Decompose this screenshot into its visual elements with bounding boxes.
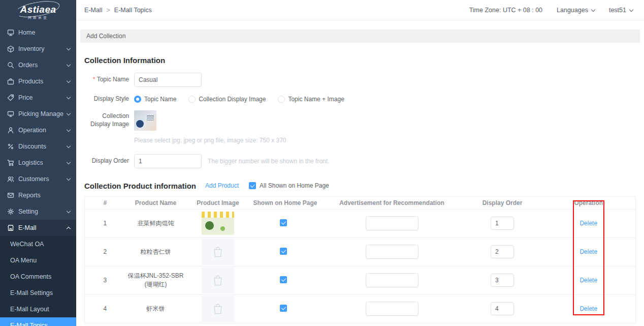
sidebar-item-customers[interactable]: Customers: [0, 171, 76, 187]
sidebar-item-label: E-Mall Settings: [10, 289, 70, 297]
sidebar-item-label: Logistics: [18, 159, 67, 166]
breadcrumb-emall[interactable]: E-Mall: [84, 7, 102, 14]
radio-topic-name-image[interactable]: Topic Name + Image: [278, 96, 344, 103]
breadcrumb: E-Mall > E-Mall Topics: [84, 7, 152, 14]
product-name: 保温杯JNL-352-SBR (珊瑚红): [125, 266, 186, 294]
row-order-input[interactable]: [491, 302, 514, 315]
delete-link[interactable]: Delete: [579, 277, 597, 284]
table-row: 4 虾米饼 Delete: [85, 294, 636, 323]
store-icon: [7, 224, 14, 231]
display-order-row: Display Order The bigger number will be …: [84, 154, 636, 168]
shown-checkbox[interactable]: [280, 276, 287, 283]
row-order-input[interactable]: [491, 274, 514, 287]
section-collection-information: Collection Information: [84, 56, 636, 65]
search-icon: [7, 62, 14, 69]
advertisement-input[interactable]: [366, 273, 418, 287]
sidebar-item-logistics[interactable]: Logistics: [0, 155, 76, 171]
product-image-placeholder: [202, 295, 234, 322]
shown-checkbox[interactable]: [280, 219, 287, 226]
sidebar-item-label: Products: [18, 78, 67, 85]
advertisement-input[interactable]: [366, 245, 418, 259]
sidebar-item-reports[interactable]: Reports: [0, 187, 76, 203]
display-icon: [7, 110, 14, 117]
sidebar-item-wechat-oa[interactable]: WeChat OA: [0, 236, 76, 252]
sidebar: Astiaea 阿斯米亚 Home Inventory Orders Produ…: [0, 0, 76, 326]
sidebar-item-setting[interactable]: Setting: [0, 203, 76, 220]
sidebar-item-emall-layout[interactable]: E-Mall Layout: [0, 301, 76, 317]
sidebar-item-discounts[interactable]: Discounts: [0, 138, 76, 155]
sidebar-item-emall[interactable]: E-Mall: [0, 220, 76, 236]
all-shown-checkbox-group[interactable]: All Shown on Home Page: [249, 182, 329, 189]
col-shown-home: Shown on Home Page: [250, 196, 321, 209]
shopping-bag-icon: [211, 302, 225, 316]
collection-display-image[interactable]: [134, 110, 156, 131]
sidebar-item-picking-manage[interactable]: Picking Manage: [0, 106, 76, 122]
sidebar-item-inventory[interactable]: Inventory: [0, 41, 76, 57]
topic-name-input[interactable]: [134, 73, 202, 87]
breadcrumb-emall-topics: E-Mall Topics: [114, 7, 152, 14]
sidebar-item-oa-menu[interactable]: OA Menu: [0, 252, 76, 269]
user-dropdown[interactable]: test51: [609, 7, 633, 14]
shopping-bag-icon: [211, 245, 225, 259]
row-order-input[interactable]: [491, 245, 514, 258]
sidebar-item-emall-topics[interactable]: E-Mall Topics: [0, 317, 76, 326]
advertisement-input[interactable]: [366, 216, 418, 230]
sidebar-item-emall-settings[interactable]: E-Mall Settings: [0, 285, 76, 301]
chevron-down-icon: [67, 78, 71, 82]
image-hint: Please select jpg, jpeg or png file, ima…: [134, 137, 636, 144]
users-icon: [7, 175, 14, 183]
languages-dropdown[interactable]: Languages: [557, 7, 595, 14]
sidebar-item-operation[interactable]: Operation: [0, 122, 76, 138]
advertisement-input[interactable]: [366, 302, 418, 316]
delete-link[interactable]: Delete: [579, 305, 597, 312]
checkbox-checked-icon[interactable]: [249, 182, 256, 189]
add-product-link[interactable]: Add Product: [205, 182, 239, 189]
col-display-order: Display Order: [463, 196, 542, 209]
briefcase-icon: [7, 78, 14, 85]
product-table: # Product Name Product Image Shown on Ho…: [84, 196, 636, 323]
chevron-down-icon: [591, 7, 595, 11]
toolbar-add-collection[interactable]: Add Collection: [80, 29, 640, 43]
row-order-input[interactable]: [491, 217, 514, 230]
radio-collection-display-image[interactable]: Collection Display Image: [188, 96, 266, 103]
delete-link[interactable]: Delete: [579, 248, 597, 255]
radio-label: Topic Name + Image: [288, 96, 344, 103]
delete-link[interactable]: Delete: [579, 220, 597, 227]
sidebar-item-oa-comments[interactable]: OA Comments: [0, 269, 76, 285]
sidebar-item-price[interactable]: Price: [0, 90, 76, 106]
tag-icon: [7, 94, 14, 101]
chevron-down-icon: [67, 160, 71, 164]
radio-label: Topic Name: [144, 96, 176, 103]
shown-checkbox[interactable]: [280, 305, 287, 312]
sidebar-item-orders[interactable]: Orders: [0, 57, 76, 73]
col-advertisement: Advertisement for Recommendation: [321, 196, 463, 209]
shown-checkbox[interactable]: [280, 248, 287, 255]
user-icon: [7, 127, 14, 134]
sidebar-item-products[interactable]: Products: [0, 73, 76, 90]
brand-logo[interactable]: Astiaea 阿斯米亚: [0, 0, 76, 24]
radio-topic-name[interactable]: Topic Name: [134, 96, 176, 103]
main-area: E-Mall > E-Mall Topics Time Zone: UTC + …: [76, 0, 644, 326]
topic-name-label: Topic Name: [84, 76, 129, 84]
sidebar-item-home[interactable]: Home: [0, 24, 76, 41]
all-shown-label: All Shown on Home Page: [260, 182, 329, 189]
topbar-right: Time Zone: UTC + 08 : 00 Languages test5…: [469, 7, 633, 14]
radio-unselected-icon: [278, 96, 285, 103]
table-row: 2 粒粒杏仁饼 Delete: [85, 238, 636, 266]
col-product-name: Product Name: [125, 196, 186, 209]
row-index: 2: [85, 238, 125, 266]
display-style-label: Display Style: [84, 95, 129, 103]
sidebar-item-label: Orders: [18, 62, 67, 69]
topic-name-row: Topic Name: [84, 73, 636, 87]
radio-unselected-icon: [188, 96, 196, 103]
box-icon: [7, 45, 14, 52]
collection-image-row: Collection Display Image: [84, 110, 636, 131]
topbar: E-Mall > E-Mall Topics Time Zone: UTC + …: [76, 0, 644, 20]
chevron-down-icon: [67, 111, 71, 115]
section-product-information-header: Collection Product information Add Produ…: [84, 182, 636, 190]
display-order-hint: The bigger number will be shown in the f…: [208, 158, 329, 165]
display-order-input[interactable]: [134, 154, 202, 168]
chevron-down-icon: [67, 46, 71, 50]
mail-icon: [7, 192, 14, 199]
sidebar-item-label: E-Mall Topics: [10, 322, 70, 326]
